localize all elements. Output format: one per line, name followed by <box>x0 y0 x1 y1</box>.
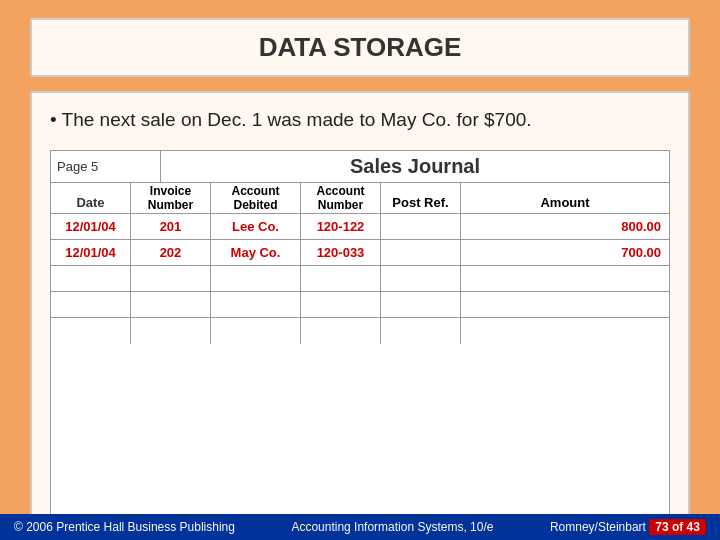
cell-acct-debited-1: Lee Co. <box>211 214 301 239</box>
cell-amount-5 <box>461 318 669 344</box>
page-badge: 73 of 43 <box>649 519 706 535</box>
cell-acct-number-4 <box>301 292 381 317</box>
cell-acct-number-3 <box>301 266 381 291</box>
bullet-text: • The next sale on Dec. 1 was made to Ma… <box>50 107 670 134</box>
cell-invoice-4 <box>131 292 211 317</box>
table-row: 12/01/04 202 May Co. 120-033 700.00 <box>51 240 669 266</box>
footer: © 2006 Prentice Hall Business Publishing… <box>0 514 720 540</box>
cell-acct-number-5 <box>301 318 381 344</box>
cell-post-ref-2 <box>381 240 461 265</box>
cell-date-3 <box>51 266 131 291</box>
col-header-acct-debited: Account Debited <box>211 183 301 213</box>
cell-amount-4 <box>461 292 669 317</box>
cell-post-ref-3 <box>381 266 461 291</box>
footer-center: Accounting Information Systems, 10/e <box>291 519 493 535</box>
journal-title: Sales Journal <box>161 151 669 183</box>
cell-post-ref-5 <box>381 318 461 344</box>
col-header-date: Date <box>51 183 131 213</box>
cell-invoice-3 <box>131 266 211 291</box>
cell-invoice-1: 201 <box>131 214 211 239</box>
footer-right: Romney/Steinbart 73 of 43 <box>550 519 706 535</box>
footer-left: © 2006 Prentice Hall Business Publishing <box>14 519 235 535</box>
journal-page-label: Page 5 <box>51 151 161 183</box>
cell-date-2: 12/01/04 <box>51 240 131 265</box>
cell-acct-debited-3 <box>211 266 301 291</box>
cell-acct-debited-5 <box>211 318 301 344</box>
table-row <box>51 292 669 318</box>
content-box: • The next sale on Dec. 1 was made to Ma… <box>30 91 690 530</box>
cell-invoice-5 <box>131 318 211 344</box>
journal-table: Page 5 Sales Journal Date Invoice Number… <box>50 150 670 518</box>
col-header-post-ref: Post Ref. <box>381 183 461 213</box>
cell-invoice-2: 202 <box>131 240 211 265</box>
cell-post-ref-4 <box>381 292 461 317</box>
cell-post-ref-1 <box>381 214 461 239</box>
cell-acct-number-1: 120-122 <box>301 214 381 239</box>
cell-amount-1: 800.00 <box>461 214 669 239</box>
cell-amount-3 <box>461 266 669 291</box>
slide-container: DATA STORAGE • The next sale on Dec. 1 w… <box>0 0 720 540</box>
table-row <box>51 318 669 344</box>
cell-acct-debited-4 <box>211 292 301 317</box>
cell-acct-debited-2: May Co. <box>211 240 301 265</box>
cell-date-4 <box>51 292 131 317</box>
journal-header-row: Page 5 Sales Journal <box>51 151 669 183</box>
cell-amount-2: 700.00 <box>461 240 669 265</box>
col-header-amount: Amount <box>461 183 669 213</box>
cell-date-5 <box>51 318 131 344</box>
col-header-acct-number: Account Number <box>301 183 381 213</box>
cell-acct-number-2: 120-033 <box>301 240 381 265</box>
slide-title: DATA STORAGE <box>30 18 690 77</box>
col-header-invoice: Invoice Number <box>131 183 211 213</box>
cell-date-1: 12/01/04 <box>51 214 131 239</box>
table-row <box>51 266 669 292</box>
table-row: 12/01/04 201 Lee Co. 120-122 800.00 <box>51 214 669 240</box>
journal-col-headers: Date Invoice Number Account Debited Acco… <box>51 183 669 214</box>
